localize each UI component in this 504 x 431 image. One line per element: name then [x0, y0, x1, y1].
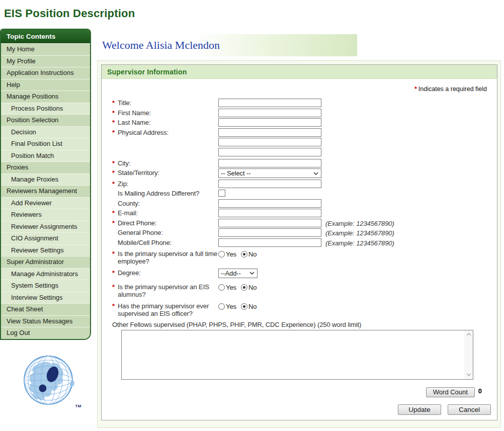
required-asterisk: * — [112, 209, 115, 217]
supervised-officer-row: * Has the primary supervisor ever superv… — [102, 302, 497, 317]
first-name-input[interactable] — [218, 109, 321, 117]
supervisor-form-panel: Supervisor Information *Indicates a requ… — [101, 64, 497, 420]
physical-address-row: * Physical Address: — [102, 128, 497, 158]
last-name-input[interactable] — [218, 118, 321, 127]
degree-select[interactable]: --Add-- — [218, 269, 258, 278]
sidebar-item-position-selection[interactable]: Position Selection — [1, 114, 90, 126]
sidebar-item-log-out[interactable]: Log Out — [1, 327, 90, 339]
sidebar-item-position-match[interactable]: Position Match — [1, 150, 90, 162]
required-asterisk: * — [112, 302, 115, 310]
first-name-label: * First Name: — [102, 109, 218, 117]
sidebar-item-reviewers[interactable]: Reviewers — [1, 209, 90, 221]
cancel-button[interactable]: Cancel — [448, 404, 491, 415]
state-territory-select[interactable]: -- Select -- — [218, 168, 321, 178]
sidebar-item-process-positions[interactable]: Process Positions — [1, 103, 90, 115]
city-input[interactable] — [218, 159, 321, 167]
required-asterisk: * — [112, 119, 115, 126]
physical-address-line1-input[interactable] — [218, 128, 321, 137]
sidebar-item-manage-proxies[interactable]: Manage Proxies — [1, 174, 90, 186]
sidebar-item-reviewer-assignments[interactable]: Reviewer Assignments — [1, 221, 90, 233]
general-phone-label: General Phone: — [102, 228, 218, 236]
alumnus-no-radio[interactable] — [241, 284, 247, 291]
zip-input[interactable] — [218, 180, 321, 188]
content-wrapper: Supervisor Information *Indicates a requ… — [97, 60, 501, 428]
full-time-radio-group: Yes No — [218, 249, 261, 258]
scroll-down-button[interactable] — [464, 371, 473, 379]
scroll-up-button[interactable] — [464, 330, 473, 339]
sidebar-item-manage-positions[interactable]: Manage Positions — [1, 91, 90, 103]
sidebar-item-super-administrator[interactable]: Super Administrator — [1, 256, 90, 268]
sidebar-item-add-reviewer[interactable]: Add Reviewer — [1, 197, 90, 209]
physical-address-line2-input[interactable] — [218, 138, 321, 146]
yes-label: Yes — [226, 250, 236, 258]
yes-label: Yes — [226, 303, 236, 310]
supervised-officer-label: * Has the primary supervisor ever superv… — [102, 302, 218, 317]
other-fellows-textarea[interactable] — [122, 330, 464, 379]
supervisor-form: * Title: * First Name: * Last Name: — [102, 99, 497, 397]
state-territory-select-value: -- Select -- — [221, 169, 250, 177]
word-count-button[interactable]: Word Count — [426, 387, 475, 397]
sidebar-item-final-position-list[interactable]: Final Position List — [1, 138, 90, 150]
county-row: County: — [102, 199, 497, 208]
required-asterisk: * — [112, 180, 115, 188]
sidebar-item-interview-settings[interactable]: Interview Settings — [1, 292, 90, 304]
word-count-value: 0 — [478, 387, 482, 395]
mobile-phone-input[interactable] — [218, 238, 321, 247]
sidebar-item-view-status-messages[interactable]: View Status Messages — [1, 315, 90, 327]
required-note-text: Indicates a required field — [418, 85, 487, 93]
full-time-label: * Is the primary supervisor a full time … — [102, 249, 218, 265]
other-fellows-textarea-wrap — [121, 330, 473, 380]
mobile-phone-example: (Example: 1234567890) — [325, 238, 394, 247]
no-label: No — [248, 303, 257, 310]
update-button[interactable]: Update — [398, 404, 441, 415]
sidebar-item-reviewer-settings[interactable]: Reviewer Settings — [1, 244, 90, 256]
required-asterisk: * — [112, 250, 115, 257]
sidebar-item-decision[interactable]: Decision — [1, 126, 90, 138]
physical-address-line3-input[interactable] — [218, 148, 321, 156]
last-name-row: * Last Name: — [102, 118, 497, 127]
county-input[interactable] — [218, 199, 321, 208]
sidebar-item-help[interactable]: Help — [1, 79, 90, 91]
mobile-phone-row: Mobile/Cell Phone: (Example: 1234567890) — [102, 238, 497, 247]
direct-phone-input[interactable] — [218, 219, 321, 227]
full-time-row: * Is the primary supervisor a full time … — [102, 249, 497, 265]
scroll-down-icon — [466, 373, 471, 376]
required-asterisk: * — [112, 129, 115, 136]
textarea-scrollbar[interactable] — [464, 330, 473, 379]
city-row: * City: — [102, 159, 497, 167]
sidebar-item-my-home[interactable]: My Home — [1, 43, 90, 55]
required-asterisk: * — [414, 85, 417, 93]
supervised-officer-no-radio[interactable] — [241, 303, 247, 310]
trademark-label: TM — [75, 404, 81, 408]
sidebar-item-cheat-sheet[interactable]: Cheat Sheet — [1, 303, 90, 315]
full-time-yes-radio[interactable] — [218, 251, 225, 257]
general-phone-row: General Phone: (Example: 1234567890) — [102, 228, 497, 237]
supervised-officer-yes-radio[interactable] — [218, 303, 225, 310]
sidebar-item-cio-assignment[interactable]: CIO Assignment — [1, 232, 90, 244]
required-asterisk: * — [112, 269, 115, 277]
sidebar-item-application-instructions[interactable]: Application Instructions — [1, 67, 90, 79]
zip-row: * Zip: — [102, 180, 497, 188]
sidebar-item-system-settings[interactable]: System Settings — [1, 280, 90, 292]
globe-icon — [22, 354, 74, 406]
sidebar: Topic Contents My Home My Profile Applic… — [0, 29, 91, 340]
title-label: * Title: — [102, 99, 218, 107]
state-territory-row: * State/Territory: -- Select -- — [102, 168, 497, 178]
sidebar-item-my-profile[interactable]: My Profile — [1, 55, 90, 67]
sidebar-item-manage-administrators[interactable]: Manage Administrators — [1, 268, 90, 280]
sidebar-item-proxies[interactable]: Proxies — [1, 161, 90, 174]
title-input[interactable] — [218, 99, 321, 107]
full-time-no-radio[interactable] — [241, 251, 247, 257]
last-name-label: * Last Name: — [102, 118, 218, 126]
word-count-row: Word Count 0 — [102, 387, 497, 397]
form-actions: Update Cancel — [398, 404, 491, 415]
alumnus-yes-radio[interactable] — [218, 284, 225, 291]
mailing-address-checkbox[interactable] — [218, 190, 225, 197]
email-input[interactable] — [218, 209, 321, 217]
title-row: * Title: — [102, 99, 497, 107]
alumnus-radio-group: Yes No — [218, 283, 261, 291]
email-label: * E-mail: — [102, 209, 218, 217]
general-phone-input[interactable] — [218, 228, 321, 237]
yes-label: Yes — [226, 284, 236, 291]
sidebar-item-reviewers-management[interactable]: Reviewers Management — [1, 185, 90, 197]
